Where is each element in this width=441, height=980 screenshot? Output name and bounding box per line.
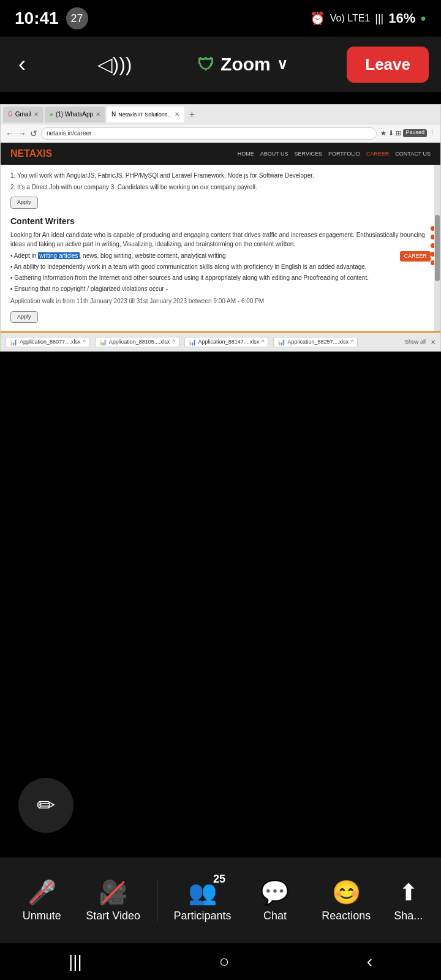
audio-button[interactable]: ◁))) bbox=[91, 47, 138, 82]
excel-icon-2: 📊 bbox=[99, 339, 107, 345]
browser-tab-netaxis[interactable]: N Netaxis IT Solutions... ✕ bbox=[107, 107, 184, 123]
scrollbar-track[interactable] bbox=[434, 165, 440, 331]
browser-tabs: G Gmail ✕ ● (1) WhatsApp ✕ N Netaxis IT … bbox=[1, 105, 440, 124]
participants-count: 25 bbox=[213, 873, 225, 886]
participants-label: Participants bbox=[173, 910, 231, 922]
unmute-label: Unmute bbox=[23, 910, 61, 922]
status-bar: 10:41 27 ⏰ Vo) LTE1 ||| 16% ● bbox=[0, 0, 441, 37]
chat-icon: 💬 bbox=[260, 879, 289, 906]
main-content: G Gmail ✕ ● (1) WhatsApp ✕ N Netaxis IT … bbox=[0, 92, 441, 858]
content-writers-title: Content Writers bbox=[10, 215, 431, 228]
netaxis-nav: HOME ABOUT US SERVICES PORTFOLIO CAREER … bbox=[238, 151, 431, 157]
nav-career[interactable]: CAREER bbox=[366, 151, 390, 157]
download-item-4[interactable]: 📊 Application_88257....xlsx ^ bbox=[273, 337, 358, 347]
download-label-2: Application_88105....xlsx bbox=[109, 339, 170, 345]
tab-close-whatsapp[interactable]: ✕ bbox=[96, 111, 100, 118]
reactions-icon: 😊 bbox=[332, 879, 361, 906]
netaxis-logo: NETAXIS bbox=[10, 148, 52, 159]
alarm-icon: ⏰ bbox=[310, 11, 325, 26]
apply-button-1[interactable]: Apply bbox=[10, 194, 431, 211]
download-label-3: Application_88147....xlsx bbox=[198, 339, 260, 345]
toolbar-actions: ★ ⬇ ⊞ Paused ⋮ bbox=[380, 129, 435, 137]
website-content: 1. You will work with AngularJS, FabricJ… bbox=[1, 165, 440, 331]
meeting-title: 🛡 Zoom ∨ bbox=[197, 54, 288, 75]
app-title: Zoom bbox=[221, 54, 271, 75]
nav-services[interactable]: SERVICES bbox=[295, 151, 322, 157]
android-home-button[interactable]: ○ bbox=[219, 952, 230, 971]
battery-dot: ● bbox=[420, 13, 426, 24]
browser-tab-whatsapp[interactable]: ● (1) WhatsApp ✕ bbox=[45, 107, 105, 123]
start-video-button[interactable]: 🎥 Start Video bbox=[86, 879, 141, 922]
forward-nav-button[interactable]: → bbox=[18, 129, 26, 138]
section-description: Looking for An ideal candidate who is ca… bbox=[10, 230, 431, 249]
nav-portfolio[interactable]: PORTFOLIO bbox=[328, 151, 360, 157]
reactions-button[interactable]: 😊 Reactions bbox=[318, 879, 374, 922]
carrier-label: Vo) LTE1 bbox=[330, 13, 371, 24]
nav-about[interactable]: ABOUT US bbox=[260, 151, 288, 157]
reactions-label: Reactions bbox=[322, 910, 371, 922]
browser-window: G Gmail ✕ ● (1) WhatsApp ✕ N Netaxis IT … bbox=[0, 104, 441, 352]
extensions-icon[interactable]: ⊞ bbox=[396, 129, 401, 137]
share-label: Sha... bbox=[394, 910, 423, 922]
browser-tab-gmail[interactable]: G Gmail ✕ bbox=[3, 107, 43, 123]
start-video-label: Start Video bbox=[86, 910, 140, 922]
participants-icon: 👥 bbox=[188, 880, 217, 905]
leave-button[interactable]: Leave bbox=[347, 47, 429, 83]
download-chevron-1[interactable]: ^ bbox=[83, 339, 86, 345]
highlight-writing: writing articles bbox=[38, 252, 79, 259]
video-icon-wrapper: 🎥 bbox=[99, 879, 127, 906]
tab-label-netaxis: Netaxis IT Solutions... bbox=[118, 111, 172, 118]
android-back-button[interactable]: ‹ bbox=[367, 952, 372, 971]
menu-icon[interactable]: ⋮ bbox=[429, 129, 435, 137]
shield-icon: 🛡 bbox=[197, 55, 214, 75]
bottom-toolbar: 🎤 Unmute 🎥 Start Video 👥 25 Participants… bbox=[0, 858, 441, 943]
signal-icon: ||| bbox=[375, 12, 383, 25]
pencil-fab[interactable]: ✏ bbox=[18, 778, 74, 833]
show-all-downloads[interactable]: Show all bbox=[405, 339, 426, 345]
download-item-2[interactable]: 📊 Application_88105....xlsx ^ bbox=[95, 337, 179, 347]
share-icon: ⬆ bbox=[399, 879, 418, 906]
download-item-1[interactable]: 📊 Application_86077....xlsx ^ bbox=[6, 337, 90, 347]
paused-badge: Paused bbox=[403, 129, 427, 137]
bullet-2: • An ability to independently work in a … bbox=[10, 262, 431, 271]
download-chevron-4[interactable]: ^ bbox=[351, 339, 353, 345]
url-bar[interactable]: netaxis.in/career bbox=[41, 127, 377, 140]
tab-close-netaxis[interactable]: ✕ bbox=[175, 111, 179, 118]
excel-icon-4: 📊 bbox=[277, 339, 285, 345]
android-recent-button[interactable]: ||| bbox=[69, 952, 82, 971]
toolbar-divider bbox=[157, 879, 157, 922]
participants-icon-wrapper: 👥 25 bbox=[188, 879, 217, 906]
apply-button-2[interactable]: Apply bbox=[10, 309, 431, 326]
download-chevron-3[interactable]: ^ bbox=[262, 339, 264, 345]
download-chevron-2[interactable]: ^ bbox=[172, 339, 175, 345]
tab-label-whatsapp: (1) WhatsApp bbox=[56, 111, 93, 118]
tab-label-gmail: Gmail bbox=[15, 111, 31, 118]
nav-contact[interactable]: CONTACT US bbox=[395, 151, 431, 157]
nav-home[interactable]: HOME bbox=[238, 151, 254, 157]
scrollbar-thumb[interactable] bbox=[435, 215, 440, 282]
android-nav: ||| ○ ‹ bbox=[0, 943, 441, 980]
chat-label: Chat bbox=[263, 910, 287, 922]
excel-icon-1: 📊 bbox=[10, 339, 17, 345]
bullet-1: • Adept in writing articles, news, blog … bbox=[10, 251, 431, 260]
chevron-down-icon[interactable]: ∨ bbox=[277, 56, 288, 73]
career-badge: CAREER bbox=[400, 251, 431, 262]
bookmark-icon[interactable]: ★ bbox=[380, 129, 386, 137]
download-icon[interactable]: ⬇ bbox=[388, 129, 394, 137]
chat-button[interactable]: 💬 Chat bbox=[247, 879, 303, 922]
back-button[interactable]: ‹ bbox=[12, 45, 32, 83]
pencil-icon: ✏ bbox=[37, 793, 55, 818]
participants-button[interactable]: 👥 25 Participants bbox=[173, 879, 231, 922]
new-tab-button[interactable]: + bbox=[186, 109, 198, 120]
tab-close-gmail[interactable]: ✕ bbox=[34, 111, 39, 118]
reload-button[interactable]: ↺ bbox=[30, 129, 37, 138]
browser-toolbar: ← → ↺ netaxis.in/career ★ ⬇ ⊞ Paused ⋮ bbox=[1, 124, 440, 143]
notification-badge: 27 bbox=[66, 7, 88, 29]
close-downloads[interactable]: ✕ bbox=[431, 339, 435, 345]
download-label-1: Application_86077....xlsx bbox=[20, 339, 81, 345]
download-item-3[interactable]: 📊 Application_88147....xlsx ^ bbox=[184, 337, 269, 347]
back-nav-button[interactable]: ← bbox=[6, 129, 14, 138]
downloads-bar: 📊 Application_86077....xlsx ^ 📊 Applicat… bbox=[1, 331, 440, 351]
unmute-button[interactable]: 🎤 Unmute bbox=[14, 879, 69, 922]
share-button[interactable]: ⬆ Sha... bbox=[390, 879, 427, 922]
